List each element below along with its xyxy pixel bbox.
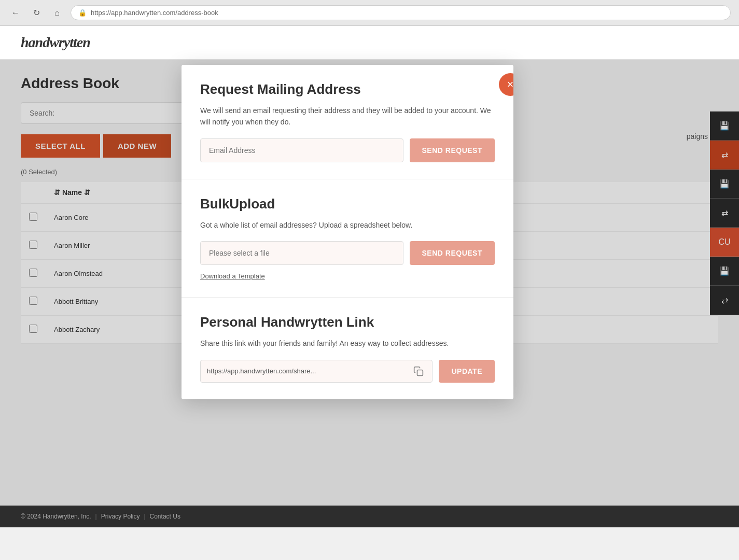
file-input[interactable] <box>200 241 403 265</box>
refresh-button[interactable]: ↻ <box>29 6 44 20</box>
bulk-section-description: Got a whole list of email addresses? Upl… <box>200 219 495 231</box>
request-address-modal: × Request Mailing Address We will send a… <box>182 65 513 399</box>
copyright: © 2024 Handwrytten, Inc. <box>21 513 91 520</box>
bulk-upload-section: BulkUpload Got a whole list of email add… <box>182 179 513 298</box>
copy-link-button[interactable] <box>411 364 426 379</box>
bulk-send-request-button[interactable]: SEND REQUEST <box>410 241 495 265</box>
request-section-title: Request Mailing Address <box>200 81 495 97</box>
home-button[interactable]: ⌂ <box>50 6 64 20</box>
download-template-link[interactable]: Download a Template <box>200 272 265 280</box>
url-text: https://app.handwrytten.com/address-book <box>91 9 218 17</box>
email-input[interactable] <box>200 138 403 162</box>
url-bar[interactable]: 🔒 https://app.handwrytten.com/address-bo… <box>71 5 731 20</box>
app-footer: © 2024 Handwrytten, Inc. | Privacy Polic… <box>0 506 739 527</box>
bulk-section-title: BulkUpload <box>200 196 495 212</box>
request-section: Request Mailing Address We will send an … <box>182 65 513 179</box>
personal-link-row: https://app.handwrytten.com/share... UPD… <box>200 360 495 383</box>
link-value: https://app.handwrytten.com/share... <box>207 367 411 375</box>
privacy-policy-link[interactable]: Privacy Policy <box>101 513 140 520</box>
app-header: handwrytten <box>0 26 739 60</box>
browser-chrome: ← ↻ ⌂ 🔒 https://app.handwrytten.com/addr… <box>0 0 739 26</box>
main-content: Address Book SELECT ALL ADD NEW (0 Selec… <box>0 60 739 506</box>
svg-rect-0 <box>417 370 423 375</box>
file-input-row: SEND REQUEST <box>200 241 495 265</box>
request-input-row: SEND REQUEST <box>200 138 495 162</box>
footer-sep-2: | <box>144 513 145 520</box>
back-button[interactable]: ← <box>8 6 23 20</box>
footer-sep-1: | <box>95 513 97 520</box>
personal-section-title: Personal Handwrytten Link <box>200 314 495 330</box>
personal-section-description: Share this link with your friends and fa… <box>200 338 495 349</box>
update-button[interactable]: UPDATE <box>439 360 495 383</box>
request-section-description: We will send an email requesting their a… <box>200 105 495 128</box>
lock-icon: 🔒 <box>78 9 87 17</box>
contact-us-link[interactable]: Contact Us <box>150 513 180 520</box>
send-request-button[interactable]: SEND REQUEST <box>410 138 495 162</box>
link-input-wrapper: https://app.handwrytten.com/share... <box>200 360 433 383</box>
app-logo[interactable]: handwrytten <box>21 34 718 51</box>
personal-link-section: Personal Handwrytten Link Share this lin… <box>182 298 513 399</box>
